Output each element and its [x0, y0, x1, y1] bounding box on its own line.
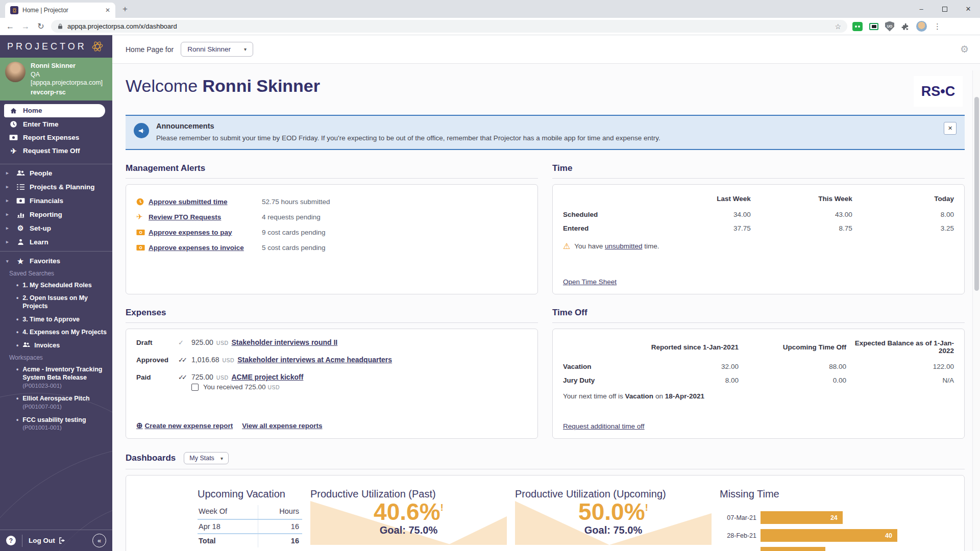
window-maximize-button[interactable]	[933, 0, 957, 18]
review-pto-requests-link[interactable]: Review PTO Requests	[149, 213, 260, 221]
extension-ublock-icon[interactable]: UO	[885, 21, 894, 32]
request-additional-time-off-link[interactable]: Request additional time off	[563, 422, 645, 430]
workspace-fcc[interactable]: • FCC usability testing (P001001-001)	[0, 414, 112, 435]
section-title: Time	[552, 163, 965, 173]
create-expense-report-link[interactable]: ⊕Create new expense report	[136, 421, 233, 430]
expense-amount: 725.00	[191, 373, 213, 381]
expense-row: Approved ✓✓ 1,016.68 USD Stakeholder int…	[136, 356, 527, 364]
tab-close-icon[interactable]: ✕	[105, 7, 110, 14]
expense-report-link[interactable]: Stakeholder interviews at Acme headquart…	[237, 356, 392, 364]
expand-caret-icon[interactable]: ▸	[6, 226, 11, 231]
sidebar-item-request-time-off[interactable]: ✈ Request Time Off	[0, 144, 112, 158]
sidebar-item-people[interactable]: ▸ People	[0, 166, 112, 180]
money-card-icon	[9, 134, 18, 141]
expand-caret-icon[interactable]: ▸	[6, 212, 11, 217]
settings-gear-icon[interactable]: ⚙	[960, 43, 969, 55]
sidebar-item-report-expenses[interactable]: Report Expenses	[0, 131, 112, 144]
double-check-icon: ✓✓	[178, 373, 191, 381]
plane-icon: ✈	[9, 147, 18, 155]
saved-search-open-issues[interactable]: • 2. Open Issues on My Projects	[0, 292, 112, 313]
bookmark-star-icon[interactable]: ☆	[835, 22, 841, 31]
sidebar-item-financials[interactable]: ▸ Financials	[0, 194, 112, 208]
money-card-icon	[136, 229, 146, 236]
sidebar-item-home[interactable]: Home	[4, 104, 105, 117]
productive-utilization-upcoming-widget: Productive Utilization (Upcoming) 50.0%!…	[515, 488, 712, 545]
approve-expenses-to-pay-link[interactable]: Approve expenses to pay	[149, 229, 260, 236]
saved-search-time-to-approve[interactable]: • 3. Time to Approve	[0, 313, 112, 327]
window-close-button[interactable]: ✕	[957, 0, 980, 18]
alert-status: 4 requests pending	[262, 213, 527, 221]
expand-caret-icon[interactable]: ▸	[6, 198, 11, 203]
workspace-acme[interactable]: • Acme - Inventory Tracking System Beta …	[0, 363, 112, 392]
collapse-caret-icon[interactable]: ▾	[6, 259, 11, 264]
bar: 19	[761, 547, 825, 551]
extensions-puzzle-icon[interactable]	[901, 22, 910, 31]
reload-icon[interactable]: ↻	[36, 21, 46, 31]
sidebar-item-set-up[interactable]: ▸ ⚙ Set-up	[0, 221, 112, 235]
help-icon[interactable]: ?	[6, 536, 16, 545]
expand-caret-icon[interactable]: ▸	[6, 170, 11, 176]
alert-row: Approve expenses to invoice 5 cost cards…	[136, 240, 527, 255]
announcement-close-button[interactable]: ✕	[944, 122, 957, 135]
projector-favicon-icon	[10, 6, 18, 14]
expenses-card: Draft ✓ 925.00 USD Stakeholder interview…	[126, 329, 538, 439]
sidebar-item-projects-planning[interactable]: ▸ Projects & Planning	[0, 180, 112, 194]
browser-toolbar: ← → ↻ appqa.projectorpsa.com/x/dashboard…	[0, 18, 980, 35]
browser-menu-icon[interactable]: ⋮	[934, 22, 941, 31]
sidebar-item-enter-time[interactable]: Enter Time	[0, 118, 112, 131]
collapse-sidebar-button[interactable]: «	[92, 534, 106, 547]
home-page-user-select[interactable]: Ronni Skinner ▾	[181, 42, 253, 57]
page-header: Home Page for Ronni Skinner ▾ ⚙	[112, 35, 980, 64]
user-info-panel[interactable]: Ronni Skinner QA [appqa.projectorpsa.com…	[0, 58, 112, 101]
address-bar[interactable]: appqa.projectorpsa.com/x/dashboard ☆	[51, 20, 847, 33]
unsubmitted-link[interactable]: unsubmitted	[605, 242, 643, 250]
forward-icon[interactable]: →	[20, 22, 31, 31]
extension-capture-icon[interactable]	[869, 23, 878, 30]
expand-caret-icon[interactable]: ▸	[6, 239, 11, 244]
approve-submitted-time-link[interactable]: Approve submitted time	[149, 198, 260, 206]
expense-report-link[interactable]: ACME project kickoff	[232, 373, 304, 381]
page-scrollbar[interactable]	[972, 70, 980, 551]
url-text: appqa.projectorpsa.com/x/dashboard	[67, 22, 830, 30]
time-off-section: Time Off Reported since 1-Jan-2021 Upcom…	[552, 308, 965, 439]
utilization-goal: Goal: 75.0%	[515, 524, 712, 536]
clock-icon	[136, 198, 146, 206]
view-expense-reports-link[interactable]: View all expense reports	[242, 422, 322, 430]
saved-search-my-scheduled-roles[interactable]: • 1. My Scheduled Roles	[0, 279, 112, 292]
received-checkbox[interactable]	[191, 384, 199, 391]
saved-search-invoices[interactable]: • Invoices	[0, 339, 112, 353]
expense-amount: 1,016.68	[191, 356, 219, 364]
approve-expenses-to-invoice-link[interactable]: Approve expenses to invoice	[149, 244, 260, 252]
saved-search-expenses-on-my-projects[interactable]: • 4. Expenses on My Projects	[0, 326, 112, 339]
dashboard-select[interactable]: My Stats ▾	[184, 452, 229, 464]
time-off-table: Reported since 1-Jan-2021 Upcoming Time …	[563, 338, 954, 387]
gear-icon: ⚙	[16, 224, 25, 232]
window-minimize-button[interactable]: –	[910, 0, 933, 18]
log-out-button[interactable]: Log Out	[29, 537, 66, 544]
bar: 40	[761, 529, 897, 542]
widget-title: Upcoming Vacation	[198, 488, 302, 500]
chevron-down-icon: ▾	[244, 46, 247, 52]
scrollbar-thumb[interactable]	[974, 97, 979, 291]
projector-flower-icon	[91, 40, 104, 53]
extension-roboform-icon[interactable]	[852, 22, 863, 31]
alert-status: 9 cost cards pending	[262, 229, 527, 236]
browser-tab[interactable]: Home | Projector ✕	[5, 3, 115, 18]
person-icon	[16, 239, 25, 245]
sidebar-item-learn[interactable]: ▸ Learn	[0, 235, 112, 249]
expand-caret-icon[interactable]: ▸	[6, 184, 11, 189]
sidebar-item-reporting[interactable]: ▸ Reporting	[0, 208, 112, 221]
browser-profile-avatar[interactable]	[916, 21, 927, 32]
currency-label: USD	[267, 384, 280, 390]
user-avatar	[5, 62, 26, 82]
time-card: Last Week This Week Today Scheduled 34.0…	[552, 184, 965, 294]
sidebar-item-favorites[interactable]: ▾ ★ Favorites	[0, 255, 112, 268]
expense-report-link[interactable]: Stakeholder interviews round II	[232, 338, 338, 346]
time-off-card: Reported since 1-Jan-2021 Upcoming Time …	[552, 329, 965, 439]
new-tab-button[interactable]: +	[122, 4, 128, 14]
workspace-elliot[interactable]: • Elliot Aerospace Pitch (P001007-001)	[0, 392, 112, 413]
alert-row: Approve expenses to pay 9 cost cards pen…	[136, 224, 527, 240]
back-icon[interactable]: ←	[5, 22, 15, 31]
bullet-icon: •	[16, 329, 18, 337]
open-time-sheet-link[interactable]: Open Time Sheet	[563, 278, 617, 286]
